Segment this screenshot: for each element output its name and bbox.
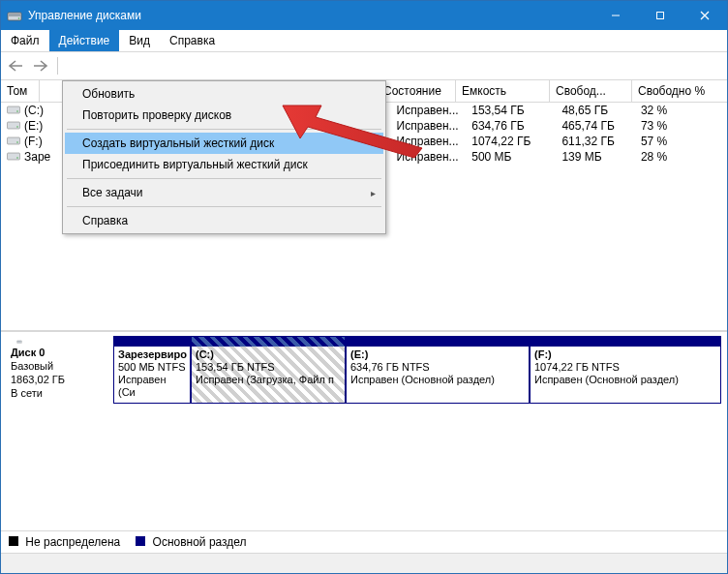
part-name: (C:)	[196, 348, 341, 361]
volume-state: Исправен...	[391, 135, 467, 148]
dd-refresh[interactable]: Обновить	[65, 83, 383, 105]
volume-capacity: 634,76 ГБ	[466, 119, 556, 133]
volume-free: 465,74 ГБ	[556, 119, 635, 133]
part-size: 500 МБ NTFS	[118, 361, 186, 374]
maximize-button[interactable]	[638, 1, 682, 30]
svg-rect-9	[8, 122, 20, 129]
volume-free: 48,65 ГБ	[556, 104, 635, 117]
volume-capacity: 500 МБ	[466, 150, 556, 164]
nav-forward-button[interactable]	[30, 55, 51, 76]
part-name: (E:)	[350, 348, 525, 361]
toolbar	[1, 52, 727, 80]
svg-rect-13	[8, 153, 20, 160]
col-state[interactable]: Состояние	[378, 80, 456, 102]
part-status: Исправен (Основной раздел)	[350, 374, 525, 386]
partition-c[interactable]: (C:) 153,54 ГБ NTFS Исправен (Загрузка, …	[191, 336, 346, 404]
volume-capacity: 153,54 ГБ	[466, 104, 556, 117]
partition-reserved[interactable]: Зарезервиро 500 МБ NTFS Исправен (Си	[113, 336, 191, 404]
disk-icon	[11, 340, 28, 344]
volume-state: Исправен...	[391, 119, 467, 133]
dd-create-vhd[interactable]: Создать виртуальный жесткий диск	[65, 133, 383, 154]
volume-capacity: 1074,22 ГБ	[466, 135, 556, 148]
menu-action[interactable]: Действие	[49, 30, 120, 51]
disk0-online: В сети	[11, 386, 107, 400]
legend: Не распределена Основной раздел	[1, 530, 727, 553]
volume-name: Заре	[24, 150, 50, 164]
window-title: Управление дисками	[28, 9, 593, 22]
volume-state: Исправен...	[391, 150, 467, 164]
dd-help[interactable]: Справка	[65, 210, 383, 231]
part-size: 1074,22 ГБ NTFS	[534, 361, 716, 374]
volume-list: Том Состояние Емкость Свобод... Свободно…	[1, 80, 727, 331]
svg-rect-7	[8, 106, 20, 113]
partition-e[interactable]: (E:) 634,76 ГБ NTFS Исправен (Основной р…	[346, 336, 530, 404]
partition-f[interactable]: (F:) 1074,22 ГБ NTFS Исправен (Основной …	[530, 336, 721, 404]
legend-primary: Основной раздел	[136, 535, 246, 549]
drive-icon	[7, 136, 20, 146]
part-name: Зарезервиро	[118, 348, 186, 361]
part-status: Исправен (Си	[118, 374, 186, 399]
svg-point-10	[16, 126, 18, 128]
svg-point-12	[16, 141, 18, 143]
volume-free-pct: 28 %	[635, 150, 727, 164]
swatch-unallocated-icon	[9, 536, 18, 546]
drive-icon	[7, 121, 20, 131]
dd-rescan[interactable]: Повторить проверку дисков	[65, 105, 383, 126]
svg-point-2	[18, 17, 20, 19]
svg-point-8	[16, 110, 18, 112]
legend-unallocated: Не распределена	[9, 535, 120, 549]
part-status: Исправен (Основной раздел)	[534, 374, 716, 386]
svg-rect-16	[17, 341, 21, 342]
disk-map: Диск 0 Базовый 1863,02 ГБ В сети Зарезер…	[1, 331, 727, 530]
statusbar	[1, 553, 727, 573]
col-capacity[interactable]: Емкость	[456, 80, 550, 102]
drive-icon	[7, 152, 20, 162]
volume-free-pct: 32 %	[635, 104, 727, 117]
menu-view[interactable]: Вид	[119, 30, 160, 51]
part-size: 153,54 ГБ NTFS	[196, 361, 341, 374]
volume-free: 611,32 ГБ	[556, 135, 635, 148]
volume-state: Исправен...	[391, 104, 467, 117]
volume-name: (F:)	[24, 135, 43, 148]
dd-all-tasks[interactable]: Все задачи	[65, 182, 383, 203]
nav-back-button[interactable]	[5, 55, 26, 76]
action-dropdown: Обновить Повторить проверку дисков Созда…	[62, 80, 386, 234]
svg-rect-11	[8, 137, 20, 144]
part-name: (F:)	[534, 348, 716, 361]
menu-file[interactable]: Файл	[1, 30, 49, 51]
swatch-primary-icon	[136, 536, 145, 546]
svg-point-14	[16, 157, 18, 159]
col-volume[interactable]: Том	[1, 80, 40, 102]
disk0-title: Диск 0	[11, 346, 107, 359]
disk0-type: Базовый	[11, 359, 107, 373]
part-status: Исправен (Загрузка, Файл п	[196, 374, 341, 386]
disk0-size: 1863,02 ГБ	[11, 373, 107, 386]
minimize-button[interactable]	[593, 1, 638, 30]
volume-name: (C:)	[24, 104, 44, 117]
svg-rect-4	[657, 13, 664, 19]
menubar: Файл Действие Вид Справка	[1, 30, 727, 52]
app-icon	[7, 8, 22, 23]
col-free[interactable]: Свобод...	[550, 80, 632, 102]
close-button[interactable]	[682, 1, 727, 30]
volume-name: (E:)	[24, 119, 43, 133]
menu-help[interactable]: Справка	[160, 30, 225, 51]
volume-free: 139 МБ	[556, 150, 635, 164]
dd-attach-vhd[interactable]: Присоединить виртуальный жесткий диск	[65, 154, 383, 175]
titlebar: Управление дисками	[1, 1, 727, 30]
part-size: 634,76 ГБ NTFS	[350, 361, 525, 374]
disk0-label[interactable]: Диск 0 Базовый 1863,02 ГБ В сети	[5, 336, 113, 404]
volume-free-pct: 57 %	[635, 135, 727, 148]
svg-rect-1	[9, 14, 20, 16]
drive-icon	[7, 106, 20, 115]
volume-free-pct: 73 %	[635, 119, 727, 133]
col-free-pct[interactable]: Свободно %	[632, 80, 727, 102]
